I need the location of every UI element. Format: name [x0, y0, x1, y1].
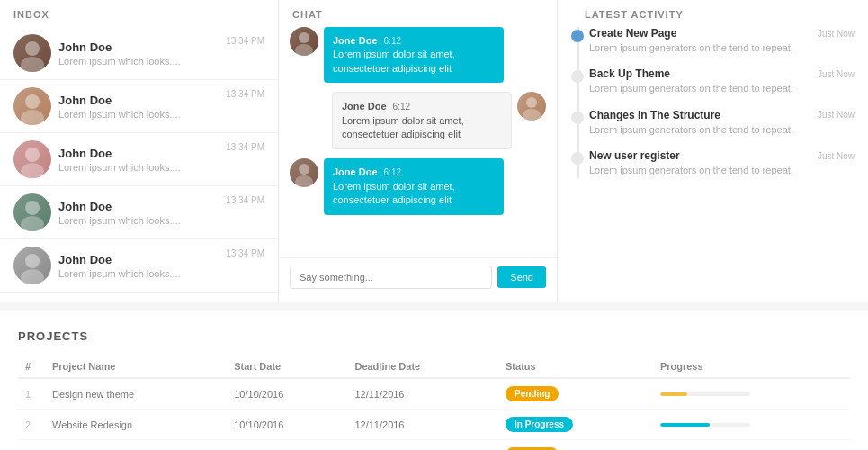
row-project-name: Mock-up Design: [45, 440, 227, 451]
svg-point-14: [299, 164, 309, 175]
send-button[interactable]: Send: [497, 266, 546, 288]
chat-title: CHAT: [279, 9, 557, 27]
activity-header: New user register Just Now: [589, 149, 855, 162]
projects-title: PROJECTS: [18, 329, 850, 343]
inbox-time: 13:34 PM: [226, 140, 264, 152]
row-progress: [653, 440, 850, 451]
chat-message: Jone Doe 6:12 Lorem ipsum dolor sit amet…: [290, 27, 546, 83]
chat-messages: Jone Doe 6:12 Lorem ipsum dolor sit amet…: [279, 27, 557, 252]
progress-bar: [660, 392, 687, 396]
row-deadline-date: 12/11/2016: [347, 410, 498, 440]
status-badge: Pending: [506, 386, 559, 401]
chat-input[interactable]: [290, 266, 492, 289]
activity-list: Create New Page Just Now Lorem ipsum gen…: [571, 27, 855, 178]
chat-text: Lorem ipsum dolor sit amet, consectetuer…: [342, 114, 502, 142]
inbox-item[interactable]: John Doe Lorem ipsum which looks.... 13:…: [0, 80, 278, 133]
chat-sender: Jone Doe: [333, 35, 378, 46]
svg-point-2: [25, 94, 40, 109]
row-status: In Progress: [498, 410, 653, 440]
chat-time: 6:12: [384, 36, 401, 46]
row-progress: [653, 410, 850, 440]
inbox-item[interactable]: John Doe Lorem ipsum which looks.... 13:…: [0, 239, 278, 292]
inbox-name: John Doe: [58, 147, 219, 160]
chat-input-area: Send: [279, 257, 557, 292]
inbox-item[interactable]: John Doe Lorem ipsum which looks.... 13:…: [0, 133, 278, 186]
inbox-preview: Lorem ipsum which looks....: [58, 162, 219, 173]
activity-dot: [571, 30, 584, 42]
inbox-name: John Doe: [58, 253, 219, 266]
inbox-list: John Doe Lorem ipsum which looks.... 13:…: [0, 27, 278, 292]
projects-column-header: Start Date: [227, 356, 347, 378]
table-row: 2 Website Redesign 10/10/2016 12/11/2016…: [18, 410, 850, 440]
activity-item-title: Create New Page: [589, 27, 676, 40]
avatar: [13, 247, 51, 284]
progress-bar-container: [660, 392, 750, 396]
activity-item-title: Back Up Theme: [589, 68, 670, 80]
progress-bar: [660, 423, 710, 427]
inbox-panel: INBOX John Doe Lorem ipsum which looks..…: [0, 0, 279, 302]
inbox-item[interactable]: John Doe Lorem ipsum which looks.... 13:…: [0, 186, 278, 239]
activity-item: Changes In The Structure Just Now Lorem …: [589, 109, 855, 137]
top-section: INBOX John Doe Lorem ipsum which looks..…: [0, 0, 868, 302]
svg-point-7: [21, 216, 44, 231]
bottom-section: PROJECTS #Project NameStart DateDeadline…: [0, 311, 868, 450]
avatar: [13, 87, 51, 125]
inbox-name: John Doe: [58, 200, 219, 213]
activity-item-desc: Lorem ipsum generators on the tend to re…: [589, 164, 855, 177]
projects-header-row: #Project NameStart DateDeadline DateStat…: [18, 356, 850, 378]
projects-column-header: Deadline Date: [347, 356, 498, 378]
activity-dot: [571, 70, 584, 83]
inbox-content: John Doe Lorem ipsum which looks....: [51, 40, 226, 67]
svg-point-1: [21, 57, 44, 72]
svg-point-3: [21, 110, 44, 125]
activity-header: Back Up Theme Just Now: [589, 68, 855, 80]
activity-header: Create New Page Just Now: [589, 27, 855, 40]
projects-column-header: #: [18, 356, 45, 378]
row-progress: [653, 378, 850, 410]
activity-item-title: New user register: [589, 149, 680, 162]
svg-point-10: [299, 32, 309, 43]
activity-item: New user register Just Now Lorem ipsum g…: [589, 149, 855, 177]
status-badge: In Progress: [506, 417, 573, 432]
activity-item-desc: Lorem ipsum generators on the tend to re…: [589, 41, 855, 55]
chat-message: Jone Doe 6:12 Lorem ipsum dolor sit amet…: [290, 92, 546, 149]
svg-point-5: [21, 163, 44, 178]
row-start-date: 10/10/2016: [227, 378, 347, 410]
row-start-date: 10/10/2016: [227, 440, 347, 451]
chat-avatar: [517, 92, 546, 121]
activity-item-time: Just Now: [818, 69, 855, 79]
inbox-preview: Lorem ipsum which looks....: [58, 215, 219, 226]
svg-point-11: [295, 44, 313, 56]
projects-column-header: Progress: [653, 356, 850, 378]
chat-time: 6:12: [393, 102, 410, 112]
inbox-time: 13:34 PM: [226, 87, 264, 99]
chat-bubble: Jone Doe 6:12 Lorem ipsum dolor sit amet…: [324, 27, 504, 83]
row-project-name: Website Redesign: [45, 410, 227, 440]
chat-bubble: Jone Doe 6:12 Lorem ipsum dolor sit amet…: [332, 92, 512, 149]
row-project-name: Design new theme: [45, 378, 227, 410]
svg-point-8: [25, 254, 40, 268]
activity-dot: [571, 152, 584, 165]
activity-panel: LATEST ACTIVITY Create New Page Just Now…: [558, 0, 868, 302]
activity-item: Back Up Theme Just Now Lorem ipsum gener…: [589, 68, 855, 95]
inbox-time: 13:34 PM: [226, 194, 264, 205]
avatar: [13, 194, 51, 231]
inbox-item[interactable]: John Doe Lorem ipsum which looks.... 13:…: [0, 27, 278, 80]
progress-bar-container: [660, 423, 750, 427]
chat-message: Jone Doe 6:12 Lorem ipsum dolor sit amet…: [290, 158, 546, 214]
svg-point-4: [25, 148, 40, 162]
inbox-content: John Doe Lorem ipsum which looks....: [51, 147, 226, 173]
chat-text: Lorem ipsum dolor sit amet, consectetuer…: [333, 180, 495, 208]
projects-column-header: Status: [498, 356, 653, 378]
activity-dot: [571, 112, 584, 124]
inbox-title: INBOX: [0, 9, 278, 27]
inbox-preview: Lorem ipsum which looks....: [58, 56, 219, 67]
inbox-name: John Doe: [58, 40, 219, 54]
inbox-name: John Doe: [58, 94, 219, 107]
row-num: 3: [18, 440, 45, 451]
svg-point-15: [295, 176, 313, 187]
activity-item-desc: Lorem ipsum generators on the tend to re…: [589, 82, 855, 95]
projects-body: 1 Design new theme 10/10/2016 12/11/2016…: [18, 378, 850, 450]
inbox-preview: Lorem ipsum which looks....: [58, 268, 219, 279]
activity-item-title: Changes In The Structure: [589, 109, 720, 122]
